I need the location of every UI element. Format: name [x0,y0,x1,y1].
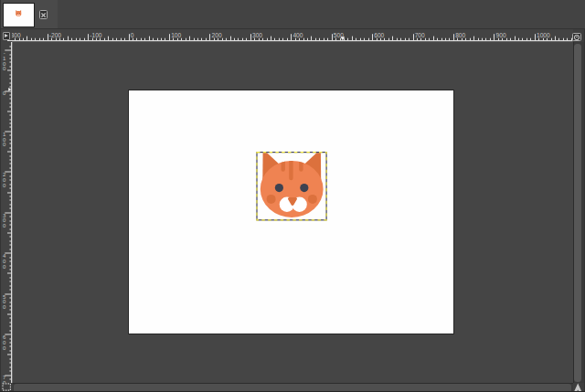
svg-text:0: 0 [3,66,6,71]
svg-text:0: 0 [3,223,6,228]
svg-text:0: 0 [131,32,134,38]
svg-text:900: 900 [496,32,506,38]
svg-text:-200: -200 [49,32,62,38]
svg-text:300: 300 [252,32,262,38]
svg-text:0: 0 [3,182,6,187]
svg-text:-100: -100 [90,32,102,38]
svg-text:400: 400 [292,32,303,38]
svg-text:600: 600 [374,32,384,38]
svg-text:200: 200 [212,32,222,38]
svg-text:0: 0 [3,344,6,350]
svg-text:0: 0 [3,142,6,147]
svg-text:0: 0 [3,304,6,310]
svg-text:1000: 1000 [537,32,550,38]
svg-text:700: 700 [415,32,425,38]
svg-text:800: 800 [455,32,465,38]
svg-text:0: 0 [3,263,6,269]
svg-text:100: 100 [171,32,181,38]
